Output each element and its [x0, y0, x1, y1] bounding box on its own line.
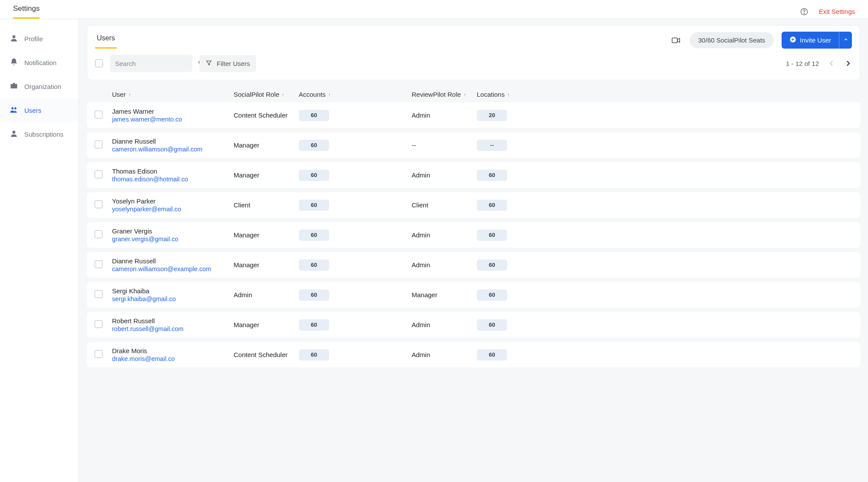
pagination-next-button[interactable]	[844, 59, 852, 67]
sp-role-cell: Content Scheduler	[234, 111, 299, 119]
table-row[interactable]: James Warnerjames.warner@mento.coContent…	[87, 102, 860, 128]
search-input[interactable]	[115, 60, 198, 67]
sp-role-cell: Content Scheduler	[234, 351, 299, 358]
locations-cell: --	[477, 140, 529, 151]
sp-role-cell: Manager	[234, 141, 299, 149]
user-name: James Warner	[112, 108, 234, 115]
accounts-count-pill: 60	[299, 230, 329, 241]
row-checkbox[interactable]	[95, 290, 102, 298]
profile-icon	[10, 34, 18, 44]
accounts-cell: 60	[299, 289, 412, 301]
table-row[interactable]: Thomas Edisonthomas.edison@hotmail.coMan…	[87, 162, 860, 188]
sort-icon: ↑	[282, 92, 284, 97]
sidebar-item-users[interactable]: Users	[0, 98, 79, 122]
table-row[interactable]: Yoselyn Parkeryoselynparker@email.coClie…	[87, 192, 860, 218]
accounts-cell: 60	[299, 319, 412, 331]
user-cell: Dianne Russellcameron.williamson@gmail.c…	[112, 138, 234, 153]
locations-cell: 60	[477, 170, 529, 181]
row-checkbox[interactable]	[95, 141, 102, 148]
filter-users-button[interactable]: Filter Users	[199, 55, 256, 72]
row-checkbox[interactable]	[95, 260, 102, 268]
table-row[interactable]: Sergi Khaibasergi.khaiba@gmail.coAdmin60…	[87, 282, 860, 308]
user-email-link[interactable]: james.warner@mento.co	[112, 116, 234, 123]
sidebar-item-organization[interactable]: Organization	[0, 75, 79, 98]
user-email-link[interactable]: cameron.williamson@gmail.com	[112, 146, 234, 153]
row-checkbox[interactable]	[95, 230, 102, 238]
user-email-link[interactable]: graner.vergis@gmail.co	[112, 236, 234, 243]
row-checkbox[interactable]	[95, 350, 102, 358]
locations-count-pill: 60	[477, 319, 507, 331]
pagination-label: 1 - 12 of 12	[786, 60, 819, 67]
sidebar-item-label: Profile	[24, 35, 43, 43]
select-all-checkbox[interactable]	[95, 59, 103, 67]
locations-count-pill: 60	[477, 170, 507, 181]
accounts-cell: 60	[299, 259, 412, 271]
exit-settings-link[interactable]: Exit Settings	[819, 8, 855, 15]
user-email-link[interactable]: robert.russell@gmail.com	[112, 325, 234, 332]
video-icon[interactable]	[670, 36, 682, 45]
sp-role-cell: Client	[234, 201, 299, 209]
accounts-count-pill: 60	[299, 319, 329, 331]
content-area: Users 30/60 SocialPilot Seats Invite Use…	[79, 19, 868, 482]
table-header-row: User↑ SocialPilot Role↑ Accounts↑ Review…	[87, 86, 860, 102]
page-title: Settings	[13, 4, 40, 19]
rp-role-cell: Manager	[412, 291, 477, 298]
user-cell: Dianne Russellcameron.williamson@example…	[112, 257, 234, 272]
row-checkbox[interactable]	[95, 171, 102, 178]
table-row[interactable]: Robert Russellrobert.russell@gmail.comMa…	[87, 312, 860, 338]
user-cell: Graner Vergisgraner.vergis@gmail.co	[112, 227, 234, 243]
rp-role-cell: Admin	[412, 321, 477, 328]
accounts-count-pill: 60	[299, 289, 329, 301]
sidebar-item-profile[interactable]: Profile	[0, 27, 79, 51]
svg-point-4	[14, 107, 17, 109]
sidebar-item-subscriptions[interactable]: Subscriptions	[0, 122, 79, 146]
pagination-prev-button[interactable]	[828, 59, 835, 67]
top-bar: Settings Exit Settings	[0, 0, 868, 19]
accounts-count-pill: 60	[299, 200, 329, 211]
table-row[interactable]: Dianne Russellcameron.williamson@gmail.c…	[87, 132, 860, 158]
user-email-link[interactable]: cameron.williamson@example.com	[112, 266, 234, 272]
accounts-cell: 60	[299, 200, 412, 211]
invite-user-dropdown-button[interactable]	[839, 32, 852, 49]
svg-rect-6	[672, 38, 677, 43]
help-icon[interactable]	[800, 7, 809, 16]
row-checkbox[interactable]	[95, 111, 102, 118]
sidebar: Profile Notification Organization Users …	[0, 19, 79, 482]
user-email-link[interactable]: yoselynparker@email.co	[112, 206, 234, 213]
row-checkbox[interactable]	[95, 200, 102, 208]
sidebar-item-label: Users	[24, 107, 41, 114]
invite-user-button-group: Invite User	[782, 32, 852, 49]
tab-users[interactable]: Users	[95, 32, 117, 49]
rp-role-cell: Admin	[412, 171, 477, 179]
accounts-cell: 60	[299, 170, 412, 181]
col-user[interactable]: User↑	[112, 91, 234, 98]
user-email-link[interactable]: thomas.edison@hotmail.co	[112, 176, 234, 183]
col-sp-role[interactable]: SocialPilot Role↑	[234, 91, 299, 98]
table-row[interactable]: Drake Morisdrake.moris@email.coContent S…	[87, 342, 860, 367]
invite-user-button[interactable]: Invite User	[782, 32, 839, 49]
user-email-link[interactable]: sergi.khaiba@gmail.co	[112, 295, 234, 302]
search-box	[110, 55, 192, 72]
locations-count-pill: 20	[477, 110, 507, 121]
svg-point-3	[11, 107, 13, 109]
user-email-link[interactable]: drake.moris@email.co	[112, 355, 234, 362]
locations-cell: 60	[477, 319, 529, 331]
table-row[interactable]: Graner Vergisgraner.vergis@gmail.coManag…	[87, 222, 860, 248]
plus-circle-icon	[789, 36, 796, 44]
user-name: Drake Moris	[112, 347, 234, 354]
sidebar-item-notification[interactable]: Notification	[0, 51, 79, 75]
col-locations[interactable]: Locations↑	[477, 91, 529, 98]
col-rp-role[interactable]: ReviewPilot Role↑	[412, 91, 477, 98]
user-name: Dianne Russell	[112, 257, 234, 265]
table-row[interactable]: Dianne Russellcameron.williamson@example…	[87, 252, 860, 278]
row-checkbox[interactable]	[95, 320, 102, 328]
locations-cell: 60	[477, 289, 529, 301]
user-name: Thomas Edison	[112, 167, 234, 175]
accounts-cell: 60	[299, 110, 412, 121]
bell-icon	[10, 58, 18, 68]
accounts-cell: 60	[299, 140, 412, 151]
col-accounts[interactable]: Accounts↑	[299, 91, 412, 98]
sort-icon: ↑	[463, 92, 466, 97]
sidebar-item-label: Organization	[24, 83, 61, 90]
sp-role-cell: Admin	[234, 291, 299, 298]
